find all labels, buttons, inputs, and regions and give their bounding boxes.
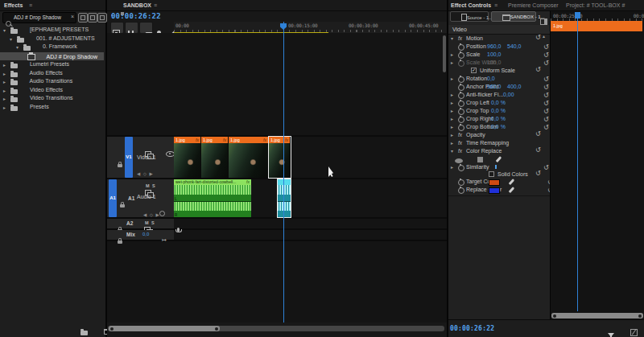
effects-search-input[interactable]: ADJ # Drop Shadow × <box>2 12 76 23</box>
timeline-vscrollbar[interactable] <box>443 35 446 72</box>
stopwatch-icon[interactable] <box>458 125 464 131</box>
ec-row-motion[interactable]: fx Motion ↺ <box>448 35 550 43</box>
tree-item-video-transitions[interactable]: Video Transitions <box>0 95 104 103</box>
eyedropper-icon[interactable] <box>509 179 515 185</box>
param-value[interactable]: 0,0 % <box>491 100 506 105</box>
chevron-right-icon[interactable] <box>3 105 6 110</box>
solo-button[interactable]: S <box>151 220 155 225</box>
tree-item-ephraem-presets[interactable]: [EPHRAEM] PRESETS <box>0 27 104 35</box>
param-value[interactable]: 0,0 % <box>491 108 506 113</box>
32bit-color-badge-icon[interactable] <box>88 13 97 23</box>
timeline-tab[interactable]: SANDBOX <box>123 2 151 8</box>
ec-row-scale[interactable]: Scale 100,0 ↺ <box>448 51 550 59</box>
target-color-swatch[interactable] <box>489 179 500 186</box>
timeline-timecode[interactable]: 00:00:26:22 <box>111 12 161 20</box>
clear-search-icon[interactable]: × <box>71 14 74 19</box>
ec-row-position[interactable]: Position 960,0 540,0 ↺ <box>448 43 550 51</box>
param-value[interactable]: 0,0 <box>487 76 495 81</box>
track-header-mix[interactable]: Mix 0,0 <box>107 230 174 240</box>
solo-button[interactable]: S <box>152 183 155 188</box>
ec-row-crop-right[interactable]: Crop Right 0,0 % ↺ <box>448 115 550 123</box>
ec-row-rotation[interactable]: Rotation 0,0 ↺ <box>448 75 550 83</box>
stopwatch-icon[interactable] <box>458 179 464 186</box>
ec-row-opacity[interactable]: fx Opacity ↺ <box>448 131 550 139</box>
stopwatch-icon[interactable] <box>458 44 464 51</box>
track-badge[interactable]: A1 <box>128 195 134 201</box>
reset-icon[interactable]: ↺ <box>543 109 549 115</box>
chevron-right-icon[interactable] <box>451 92 453 97</box>
chevron-right-icon[interactable] <box>451 100 453 105</box>
chevron-right-icon[interactable] <box>451 116 453 121</box>
toggle-keyframe-view-icon[interactable] <box>540 18 547 25</box>
tab-premiere-composer[interactable]: Premiere Composer <box>508 2 559 8</box>
ec-row-anchor-point[interactable]: Anchor Point 960,0 400,0 ↺ <box>448 83 550 91</box>
keyframe-filter-icon[interactable] <box>630 329 638 336</box>
param-value[interactable]: 0,0 % <box>491 116 506 121</box>
tree-item-audio-effects[interactable]: Audio Effects <box>0 70 104 78</box>
linked-selection-button[interactable] <box>139 22 153 34</box>
ec-row-target-color[interactable]: Target Color ↺ <box>448 178 550 186</box>
ec-timecode[interactable]: 00:00:26:22 <box>450 325 494 332</box>
reset-icon[interactable]: ↺ <box>543 92 549 99</box>
audio-clip-selected[interactable] <box>278 179 291 217</box>
reset-icon[interactable]: ↺ <box>543 76 549 83</box>
mute-button[interactable]: M <box>145 220 149 225</box>
nest-toggle-button[interactable] <box>110 22 124 34</box>
chevron-right-icon[interactable] <box>451 140 453 146</box>
ec-row-uniform-scale[interactable]: ✓ Uniform Scale ↺ <box>448 67 550 75</box>
param-value[interactable]: 540,0 <box>507 43 522 49</box>
chevron-down-icon[interactable] <box>451 148 453 154</box>
voiceover-mic-icon[interactable] <box>177 228 180 232</box>
chevron-right-icon[interactable] <box>3 71 6 76</box>
scrollbar-thumb[interactable] <box>551 313 643 319</box>
panel-menu-icon[interactable]: ≡ <box>494 2 497 8</box>
reset-icon[interactable]: ↺ <box>543 125 549 131</box>
source-clip-button[interactable]: Source - 1... <box>450 11 489 22</box>
track-header-a1[interactable]: A1 A1 M S Audio 1 <box>107 179 174 217</box>
chevron-down-icon[interactable] <box>3 27 6 33</box>
chevron-right-icon[interactable] <box>3 62 6 68</box>
tree-item-adj-drop-shadow-selected[interactable]: ADJ # Drop Shadow <box>0 52 104 60</box>
reset-icon[interactable]: ↺ <box>535 171 541 177</box>
tree-item-lumetri-presets[interactable]: Lumetri Presets <box>0 61 104 69</box>
similarity-slider-mark[interactable] <box>495 165 497 169</box>
scrollbar-thumb[interactable] <box>109 326 220 331</box>
playhead-line[interactable] <box>283 22 284 323</box>
replace-color-swatch[interactable] <box>489 187 500 194</box>
snap-button[interactable] <box>125 22 138 34</box>
sequence-clip-button[interactable]: SANDBOX - 1... <box>491 11 536 22</box>
chevron-right-icon[interactable] <box>451 51 453 57</box>
stopwatch-icon[interactable] <box>458 76 464 83</box>
timeline-ruler[interactable]: 00:00 00:00:15:00 00:00:30:00 00:00:45:0… <box>174 22 447 33</box>
stopwatch-icon[interactable] <box>458 187 464 194</box>
uniform-scale-checkbox[interactable]: ✓ <box>471 68 477 73</box>
reset-icon[interactable]: ↺ <box>543 84 549 91</box>
lock-icon[interactable] <box>118 240 122 244</box>
audio-clip[interactable]: wet-phonk-fart-distorted-cowbell... fx L… <box>174 179 251 217</box>
chevron-right-icon[interactable] <box>451 164 453 170</box>
panel-menu-icon[interactable]: ≡ <box>154 2 157 8</box>
ec-row-crop-left[interactable]: Crop Left 0,0 % ↺ <box>448 99 550 107</box>
track-target-v1[interactable]: V1 <box>125 137 133 178</box>
reset-icon[interactable]: ↺ <box>543 44 549 51</box>
tree-item-audio-transitions[interactable]: Audio Transitions <box>0 78 104 86</box>
param-value[interactable]: 960,0 <box>487 43 502 49</box>
keyframe-nav-icons[interactable] <box>143 205 160 220</box>
chevron-down-icon[interactable] <box>10 36 12 42</box>
stopwatch-icon[interactable] <box>458 52 464 59</box>
reset-icon[interactable]: ↺ <box>535 67 541 73</box>
chevron-right-icon[interactable] <box>3 79 6 84</box>
chevron-down-icon[interactable] <box>451 35 453 41</box>
ec-clip-bar[interactable]: 1.jpg <box>551 21 642 31</box>
ec-keyframe-area[interactable]: 00:00:25:00 00:0 1.jpg <box>551 11 644 319</box>
reset-icon[interactable]: ↺ <box>535 131 541 138</box>
reset-icon[interactable]: ↺ <box>543 101 549 107</box>
chevron-right-icon[interactable] <box>3 88 6 93</box>
tree-item-presets[interactable]: Presets <box>0 104 104 112</box>
stopwatch-icon[interactable] <box>458 84 464 91</box>
mute-button[interactable]: M <box>146 183 150 188</box>
reset-icon[interactable]: ↺ <box>535 35 541 41</box>
accelerated-effects-badge-icon[interactable] <box>78 13 88 23</box>
track-header-a2[interactable]: A2 M S <box>107 219 174 228</box>
reset-icon[interactable]: ↺ <box>543 52 549 59</box>
